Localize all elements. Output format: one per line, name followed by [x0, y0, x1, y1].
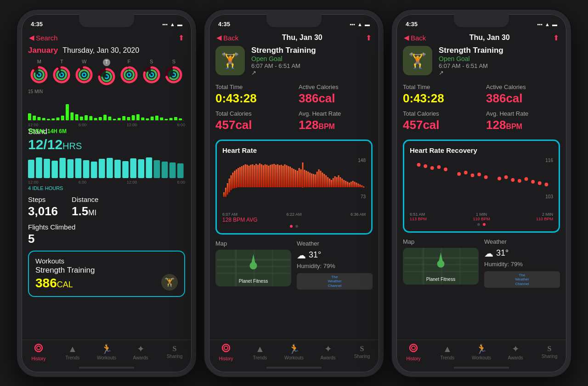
back-button-3[interactable]: ◀ Back [404, 34, 426, 42]
tab-workouts-3[interactable]: 🏃 Workouts [464, 343, 498, 360]
svg-point-17 [82, 73, 86, 77]
tab-trends-1[interactable]: ▲ Trends [56, 344, 90, 360]
map-title-2: Map [215, 240, 291, 247]
status-icons-1: ▪▪▪ ▲ ▬ [162, 22, 182, 27]
svg-rect-76 [28, 160, 34, 178]
tab-trends-2[interactable]: ▲ Trends [243, 344, 277, 360]
tab-sharing-3[interactable]: S Sharing [532, 345, 566, 359]
metric-active-cal-val-2: 386cal [299, 91, 373, 106]
tab-sharing-2[interactable]: S Sharing [345, 345, 379, 359]
svg-rect-66 [136, 114, 140, 120]
wifi-icon-1: ▲ [170, 22, 175, 27]
svg-point-186 [222, 344, 230, 352]
svg-rect-58 [99, 117, 102, 120]
svg-point-198 [498, 177, 501, 180]
svg-rect-125 [271, 164, 273, 187]
svg-rect-155 [325, 175, 327, 187]
map-thumbnail-2[interactable]: Planet Fitness [215, 250, 291, 286]
nav-bar-1: ◀ Search ⬆ [22, 32, 192, 46]
tab-trends-3[interactable]: ▲ Trends [430, 344, 464, 360]
svg-point-188 [417, 163, 421, 167]
week-day-s2[interactable]: S [164, 59, 183, 86]
wifi-icon-3: ▲ [545, 22, 550, 27]
svg-rect-115 [254, 165, 255, 187]
week-day-f[interactable]: F [119, 59, 139, 86]
svg-rect-139 [297, 171, 298, 187]
svg-rect-124 [270, 165, 271, 187]
tab-workouts-2[interactable]: 🏃 Workouts [277, 343, 311, 360]
svg-rect-173 [357, 184, 359, 187]
svg-rect-134 [288, 166, 289, 187]
workout-icon: 🏋️ [161, 274, 178, 291]
workout-name: Strength Training [35, 266, 178, 275]
chart-y-max-3: 116 [545, 158, 553, 163]
tab-history-2[interactable]: History [209, 343, 243, 361]
week-day-s1[interactable]: S [142, 59, 161, 86]
week-day-w[interactable]: W [74, 59, 94, 86]
tab-workouts-1[interactable]: 🏃 Workouts [90, 343, 124, 360]
svg-rect-43 [28, 113, 31, 120]
share-button-3[interactable]: ⬆ [553, 34, 559, 42]
metric-total-cal-label-2: Total Calories [215, 110, 289, 117]
workout-header-2: 🏋️ Strength Training Open Goal 6:07 AM -… [215, 46, 373, 76]
svg-rect-85 [99, 159, 105, 178]
sharing-icon-2: S [360, 345, 364, 353]
week-day-m[interactable]: M [29, 59, 49, 86]
metric-total-time-3: Total Time 0:43:28 [403, 84, 477, 106]
svg-rect-160 [334, 176, 336, 187]
awards-icon-1: ✦ [137, 343, 145, 354]
svg-rect-50 [61, 116, 64, 120]
month-label[interactable]: January [28, 46, 58, 55]
map-thumbnail-3[interactable]: Planet Fitness [403, 248, 479, 285]
svg-rect-60 [108, 117, 111, 120]
svg-rect-131 [283, 166, 284, 187]
date-full: Thursday, Jan 30, 2020 [62, 46, 139, 55]
workout-card[interactable]: Workouts Strength Training 386CAL 🏋️ [28, 251, 185, 297]
svg-point-201 [518, 179, 521, 183]
notch-1 [79, 14, 134, 27]
tab-history-1[interactable]: History [22, 343, 56, 361]
stand-value: 12/12HRS [28, 137, 185, 152]
tab-trends-label-2: Trends [253, 355, 267, 360]
tab-awards-2[interactable]: ✦ Awards [311, 343, 345, 360]
share-button-1[interactable]: ⬆ [178, 34, 184, 42]
svg-rect-164 [341, 179, 343, 187]
battery-icon-2: ▬ [365, 22, 370, 27]
map-weather-grid-3: Map Planet Fitne [403, 238, 560, 288]
share-button-2[interactable]: ⬆ [366, 34, 372, 42]
svg-rect-143 [304, 170, 305, 187]
svg-rect-114 [252, 164, 253, 187]
tab-awards-3[interactable]: ✦ Awards [498, 343, 532, 360]
battery-icon-3: ▬ [552, 22, 557, 27]
svg-point-189 [424, 164, 427, 168]
svg-point-199 [504, 175, 508, 179]
svg-rect-103 [232, 173, 233, 189]
svg-rect-121 [265, 164, 266, 187]
battery-icon-1: ▬ [177, 22, 182, 27]
week-day-today[interactable]: T [97, 59, 116, 86]
tab-sharing-1[interactable]: S Sharing [158, 345, 192, 359]
phones-container: 4:35 ▪▪▪ ▲ ▬ ◀ Search ⬆ January Thursday… [17, 10, 571, 377]
back-label-3: Back [411, 34, 426, 42]
week-day-t[interactable]: T [52, 59, 71, 86]
workout-goal-2: Open Goal [251, 55, 316, 62]
svg-rect-104 [234, 171, 235, 188]
back-button-2[interactable]: ◀ Back [216, 34, 238, 42]
weather-display-3: ☁ 31° [484, 248, 560, 259]
metric-heart-rate-label-2: Avg. Heart Rate [299, 110, 373, 117]
stand-bars [28, 155, 185, 178]
weather-temp-2: 31° [309, 250, 321, 260]
svg-rect-120 [263, 165, 264, 187]
wifi-icon-2: ▲ [357, 22, 362, 27]
svg-rect-133 [286, 165, 287, 187]
weather-channel-logo-3: TheWeatherChannel [484, 271, 560, 288]
back-button-1[interactable]: ◀ Search [29, 34, 58, 42]
screen-1-content: January Thursday, Jan 30, 2020 M [22, 46, 192, 340]
tab-awards-1[interactable]: ✦ Awards [124, 343, 158, 360]
svg-rect-83 [83, 160, 90, 178]
tab-history-3[interactable]: History [396, 343, 430, 361]
dot-active-2 [290, 225, 293, 228]
chart-dots-2 [222, 225, 366, 228]
tab-awards-label-3: Awards [508, 355, 523, 360]
workout-icon-big-3: 🏋️ [403, 46, 432, 75]
